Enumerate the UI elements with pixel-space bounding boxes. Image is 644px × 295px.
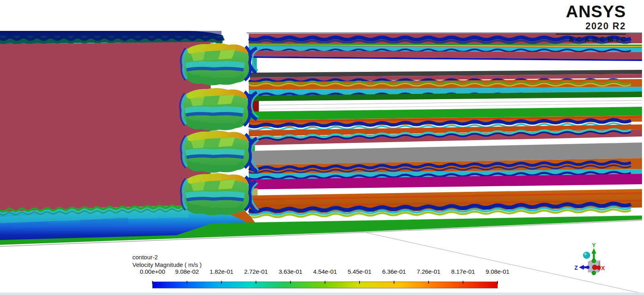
tick-label: 2.72e-01	[244, 268, 268, 275]
tick-label: 8.17e-01	[451, 268, 475, 275]
ansys-logo: ANSYS 2020 R2 ACADEMIC	[556, 3, 626, 43]
isosurface-blob-3	[181, 130, 251, 173]
ansys-logo-edition: ACADEMIC	[556, 36, 629, 43]
y-axis-knob-bottom	[592, 271, 596, 275]
ansys-logo-divider	[556, 34, 626, 35]
isosurface-blob-4	[181, 173, 251, 215]
right-margin	[642, 0, 644, 295]
tick-label: 9.08e-01	[486, 268, 509, 275]
tick-label: 0.00e+00	[140, 268, 165, 275]
triad-sphere-highlight	[584, 253, 587, 255]
tick-label: 7.26e-01	[416, 268, 440, 275]
side-wall	[0, 42, 211, 214]
graphics-viewport[interactable]: contour-2 Velocity Magnitude ( m/s ) 0.0…	[0, 0, 644, 295]
tick-label: 4.54e-01	[313, 268, 337, 275]
contour-name-label: contour-2	[132, 254, 158, 260]
z-axis-label[interactable]: Z	[574, 264, 578, 271]
triad-origin-sphere	[583, 252, 590, 259]
isosurface-blob-1	[181, 43, 251, 85]
fluent-graphics-window[interactable]: contour-2 Velocity Magnitude ( m/s ) 0.0…	[0, 0, 644, 295]
x-axis-knob	[592, 265, 597, 270]
ansys-logo-brand: ANSYS	[556, 3, 626, 20]
x-axis-label[interactable]: X	[601, 265, 605, 271]
isosurface-blob-2	[180, 88, 250, 131]
tick-label: 5.45e-01	[347, 268, 371, 275]
window-bottom-strip	[0, 293, 644, 295]
tick-label: 9.08e-02	[175, 268, 199, 275]
y-axis-label[interactable]: Y	[592, 242, 596, 248]
y-axis-knob	[592, 259, 596, 263]
colorbar-tick-labels: 0.00e+00 9.08e-02 1.82e-01 2.72e-01 3.63…	[140, 268, 510, 275]
field-label: Velocity Magnitude ( m/s )	[132, 261, 202, 268]
ansys-logo-version: 2020 R2	[556, 21, 626, 32]
z-axis-knob	[586, 266, 589, 269]
tick-label: 1.82e-01	[209, 268, 233, 275]
tick-label: 3.63e-01	[278, 268, 302, 275]
tick-label: 6.36e-01	[382, 268, 406, 275]
x-axis-knob-2	[597, 266, 601, 270]
